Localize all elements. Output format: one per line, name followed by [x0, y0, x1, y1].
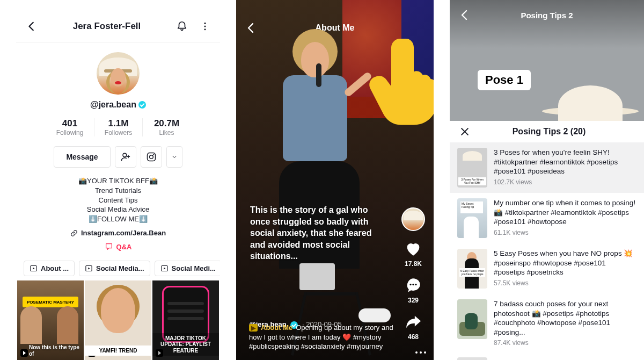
video-content[interactable]: [283, 75, 347, 161]
comment-button[interactable]: 329: [403, 275, 423, 304]
playlist-chip[interactable]: About ...: [24, 261, 75, 276]
svg-point-2: [204, 28, 206, 30]
back-icon[interactable]: [458, 9, 471, 21]
stat-followers[interactable]: 1.1MFollowers: [94, 118, 142, 136]
playlist-item[interactable]: 7 badass couch poses for your next photo…: [450, 294, 644, 352]
profile-avatar[interactable]: [97, 52, 140, 95]
action-rail: 17.8K 329 468: [398, 207, 428, 341]
playlist-icon: [85, 264, 93, 272]
back-icon[interactable]: [245, 21, 258, 34]
svg-point-13: [415, 284, 416, 285]
qa-link[interactable]: Q&A: [16, 242, 220, 251]
stat-likes[interactable]: 20.7MLikes: [142, 118, 191, 136]
svg-rect-4: [147, 153, 155, 161]
playlist-item[interactable]: 5 Easy Poses when you have no props 5 Ea…: [450, 243, 644, 294]
playlist-title-top: Posing Tips 2: [471, 11, 623, 20]
profile-header: Jera Foster-Fell: [16, 0, 220, 42]
verified-badge-icon: [138, 101, 146, 109]
link-icon: [70, 229, 78, 237]
message-button[interactable]: Message: [54, 146, 110, 168]
playlist-list: 3 Poses For When You Feel SHY 3 Poses fo…: [450, 142, 644, 360]
playlist-item-thumb: 3 Poses For When You Feel SHY: [457, 148, 487, 188]
playlist-item[interactable]: 3 Poses For When You Feel SHY 3 Poses fo…: [450, 142, 644, 193]
video-screen: About Me This is the story of a gal who …: [236, 0, 434, 360]
video-grid: POSEMATIC MASTERY Now this is the type o…: [16, 280, 220, 360]
playlist-item-thumb: 5 Easy Poses when you have no props: [457, 249, 487, 289]
back-icon[interactable]: [26, 20, 38, 32]
playlist-sheet-title: Posing Tips 2 (20): [472, 127, 626, 136]
profile-link[interactable]: Instagram.com/Jera.Bean: [16, 229, 220, 237]
play-badge-icon: [20, 349, 28, 357]
more-vertical-icon[interactable]: [200, 21, 210, 32]
profile-handle[interactable]: @jera.bean: [16, 100, 220, 110]
playlist-chip[interactable]: Social Media...: [79, 261, 150, 276]
stat-following[interactable]: 401Following: [46, 118, 94, 136]
add-friend-button[interactable]: [115, 146, 136, 168]
profile-bio: 📸YOUR TIKTOK BFF📸 Trend Tutorials Conten…: [16, 176, 220, 224]
svg-point-12: [412, 284, 414, 285]
playlist-screen: Posing Tips 2 Pose 1 Posing Tips 2 (20) …: [450, 0, 644, 360]
playlist-item-thumb: [457, 299, 487, 339]
instagram-button[interactable]: [141, 146, 162, 168]
playlist-item[interactable]: [450, 352, 644, 360]
playlist-icon: [30, 264, 38, 272]
playlist-icon: [160, 264, 169, 272]
svg-point-6: [153, 154, 154, 155]
playlist-chip[interactable]: Social Medi...: [155, 261, 220, 276]
svg-point-0: [204, 23, 206, 24]
playlist-sheet-header: Posing Tips 2 (20): [450, 121, 644, 142]
video-description[interactable]: ▶About MeOpening up about my story and h…: [249, 323, 396, 351]
author-avatar[interactable]: [401, 207, 425, 231]
bell-icon[interactable]: [176, 20, 188, 32]
playlist-chips: About ... Social Media... Social Medi...: [16, 251, 220, 280]
share-button[interactable]: 468: [403, 312, 423, 341]
playlist-video-preview[interactable]: Posing Tips 2 Pose 1: [450, 0, 644, 121]
playlist-item-thumb: My Secret Posing Tip: [457, 198, 487, 238]
profile-title: Jera Foster-Fell: [73, 21, 141, 32]
profile-actions: Message: [16, 146, 220, 168]
profile-stats: 401Following 1.1MFollowers 20.7MLikes: [16, 118, 220, 136]
playlist-item-thumb: [457, 357, 487, 360]
video-thumb[interactable]: MAJOR TIKTOK UPDATE: PLAYLIST FEATURE: [152, 280, 219, 360]
more-horizontal-icon[interactable]: [415, 351, 426, 354]
close-icon[interactable]: [457, 126, 472, 137]
pointing-hand-icon: [356, 32, 434, 129]
playlist-item[interactable]: My Secret Posing Tip My number one tip w…: [450, 193, 644, 243]
playlist-header: Posing Tips 2: [450, 9, 644, 21]
video-caption: This is the story of a gal who once stru…: [250, 204, 385, 262]
video-thumb[interactable]: YAMFI! TREND: [85, 280, 151, 360]
dropdown-button[interactable]: [166, 146, 182, 168]
pose-label: Pose 1: [478, 70, 531, 90]
svg-point-1: [204, 26, 206, 27]
qa-icon: [105, 242, 113, 251]
like-button[interactable]: 17.8K: [403, 239, 423, 268]
profile-screen: Jera Foster-Fell @jera.bean 401Following…: [16, 0, 220, 360]
svg-point-5: [149, 155, 153, 159]
playlist-tag-icon: ▶: [249, 324, 258, 332]
svg-point-3: [123, 154, 127, 157]
video-title: About Me: [258, 23, 412, 33]
svg-point-11: [409, 284, 411, 285]
video-thumb[interactable]: POSEMATIC MASTERY Now this is the type o…: [17, 280, 84, 360]
